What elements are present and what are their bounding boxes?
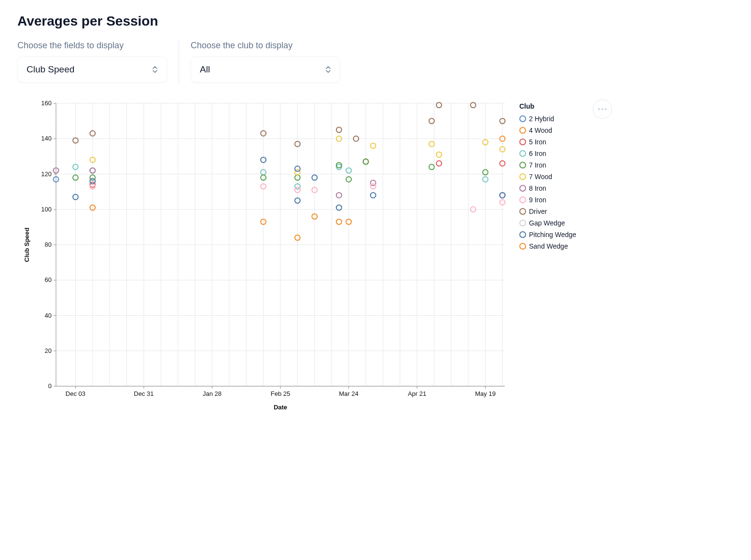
legend-item-label: 7 Iron [529, 161, 546, 169]
data-point [436, 152, 442, 157]
svg-text:Feb 25: Feb 25 [271, 390, 290, 397]
svg-text:60: 60 [45, 276, 52, 283]
legend-swatch [519, 162, 526, 168]
fields-control: Choose the fields to display Club Speed [17, 41, 167, 83]
scatter-plot: 020406080100120140160Dec 03Dec 31Jan 28F… [17, 99, 510, 413]
svg-text:120: 120 [41, 170, 52, 178]
legend-swatch [519, 208, 526, 215]
data-point [429, 164, 434, 169]
data-point [336, 219, 342, 224]
legend-item[interactable]: Pitching Wedge [519, 229, 576, 240]
svg-text:Date: Date [274, 404, 287, 411]
svg-text:40: 40 [45, 312, 52, 319]
chart-menu-button[interactable] [593, 99, 612, 119]
data-point [429, 118, 434, 124]
legend-item[interactable]: 7 Wood [519, 171, 576, 182]
legend-item-label: 4 Wood [529, 126, 552, 134]
svg-text:20: 20 [45, 347, 52, 354]
legend-item-label: 9 Iron [529, 196, 546, 204]
legend-item-label: 7 Wood [529, 173, 552, 181]
fields-control-label: Choose the fields to display [17, 41, 167, 51]
legend-item-label: Driver [529, 208, 547, 215]
svg-text:May 19: May 19 [475, 390, 496, 397]
legend-item-label: 2 Hybrid [529, 115, 554, 123]
legend-swatch [519, 196, 526, 203]
legend-item[interactable]: 2 Hybrid [519, 113, 576, 125]
svg-text:80: 80 [45, 241, 52, 248]
data-point [371, 184, 376, 189]
legend-swatch [519, 139, 526, 145]
fields-select-value: Club Speed [27, 64, 74, 75]
data-point [371, 193, 376, 198]
legend-swatch [519, 150, 526, 157]
svg-text:160: 160 [41, 99, 52, 107]
legend-swatch [519, 231, 526, 238]
ellipsis-icon [598, 108, 607, 110]
svg-text:Dec 03: Dec 03 [66, 390, 85, 397]
legend-item[interactable]: Gap Wedge [519, 217, 576, 229]
svg-text:Dec 31: Dec 31 [134, 390, 153, 397]
club-control: Choose the club to display All [191, 41, 340, 83]
legend-swatch [519, 220, 526, 226]
data-point [429, 141, 434, 147]
legend-item[interactable]: 5 Iron [519, 136, 576, 148]
legend-swatch [519, 185, 526, 192]
svg-text:100: 100 [41, 206, 52, 213]
controls-row: Choose the fields to display Club Speed … [17, 41, 602, 84]
svg-text:Mar 24: Mar 24 [339, 390, 358, 397]
legend-swatch [519, 243, 526, 250]
legend-item[interactable]: Driver [519, 206, 576, 217]
legend-swatch [519, 173, 526, 180]
legend: Club 2 Hybrid4 Wood5 Iron6 Iron7 Iron7 W… [519, 99, 576, 252]
club-control-label: Choose the club to display [191, 41, 340, 51]
chart: 020406080100120140160Dec 03Dec 31Jan 28F… [17, 99, 602, 413]
legend-title: Club [519, 102, 576, 110]
legend-item-label: Gap Wedge [529, 219, 565, 227]
legend-item-label: 8 Iron [529, 184, 546, 192]
chevron-updown-icon [152, 66, 158, 73]
data-point [336, 193, 342, 198]
legend-swatch [519, 115, 526, 122]
fields-select[interactable]: Club Speed [17, 56, 167, 83]
legend-item[interactable]: 9 Iron [519, 194, 576, 206]
chart-container: 020406080100120140160Dec 03Dec 31Jan 28F… [17, 99, 602, 413]
club-select-value: All [200, 64, 210, 75]
card: Averages per Session Choose the fields t… [0, 0, 616, 431]
legend-swatch [519, 127, 526, 134]
data-point [436, 161, 442, 166]
legend-item-label: 5 Iron [529, 138, 546, 146]
chevron-updown-icon [325, 66, 331, 73]
legend-item-label: 6 Iron [529, 150, 546, 157]
data-point [336, 127, 342, 132]
legend-item-label: Pitching Wedge [529, 231, 576, 238]
legend-item[interactable]: 6 Iron [519, 148, 576, 159]
club-select[interactable]: All [191, 56, 340, 83]
svg-text:Club Speed: Club Speed [23, 227, 30, 262]
legend-item[interactable]: Sand Wedge [519, 240, 576, 252]
legend-item[interactable]: 7 Iron [519, 159, 576, 171]
legend-item-label: Sand Wedge [529, 242, 568, 250]
legend-item[interactable]: 4 Wood [519, 125, 576, 136]
page-title: Averages per Session [17, 14, 602, 29]
plot-area: 020406080100120140160Dec 03Dec 31Jan 28F… [17, 99, 510, 413]
controls-divider [179, 41, 179, 84]
data-point [371, 143, 376, 148]
svg-text:140: 140 [41, 135, 52, 142]
svg-text:0: 0 [48, 382, 52, 390]
svg-text:Apr 21: Apr 21 [408, 390, 426, 397]
legend-item[interactable]: 8 Iron [519, 182, 576, 194]
svg-text:Jan 28: Jan 28 [203, 390, 222, 397]
